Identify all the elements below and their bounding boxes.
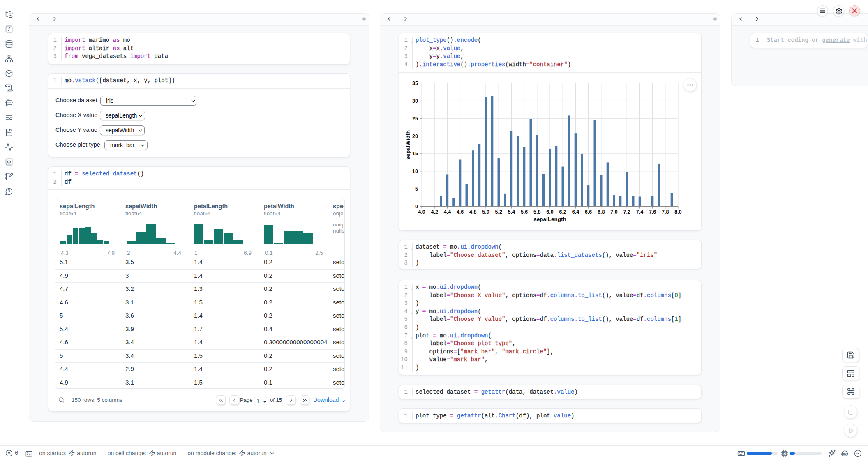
svg-text:6.6: 6.6 bbox=[585, 209, 592, 215]
svg-text:7.0: 7.0 bbox=[610, 209, 617, 215]
svg-text:4.0: 4.0 bbox=[418, 209, 425, 215]
svg-text:4.2: 4.2 bbox=[431, 209, 438, 215]
svg-text:5.6: 5.6 bbox=[521, 209, 528, 215]
svg-text:4.8: 4.8 bbox=[469, 209, 476, 215]
svg-text:7.8: 7.8 bbox=[662, 209, 669, 215]
svg-text:6.2: 6.2 bbox=[559, 209, 566, 215]
svg-text:10: 10 bbox=[412, 168, 418, 174]
svg-text:15: 15 bbox=[412, 151, 418, 157]
svg-text:5.2: 5.2 bbox=[495, 209, 502, 215]
svg-text:7.6: 7.6 bbox=[649, 209, 656, 215]
svg-text:25: 25 bbox=[412, 116, 418, 122]
svg-text:8.0: 8.0 bbox=[674, 209, 681, 215]
svg-text:6.4: 6.4 bbox=[572, 209, 579, 215]
svg-text:5: 5 bbox=[415, 186, 418, 192]
svg-text:35: 35 bbox=[412, 81, 418, 86]
svg-text:5.8: 5.8 bbox=[533, 209, 540, 215]
svg-text:7.4: 7.4 bbox=[636, 209, 643, 215]
svg-text:5.0: 5.0 bbox=[482, 209, 489, 215]
svg-text:7.2: 7.2 bbox=[623, 209, 630, 215]
svg-text:6.8: 6.8 bbox=[598, 209, 605, 215]
svg-text:sepalLength: sepalLength bbox=[533, 216, 566, 222]
svg-text:6.0: 6.0 bbox=[546, 209, 553, 215]
svg-text:20: 20 bbox=[412, 134, 418, 139]
svg-text:0: 0 bbox=[415, 204, 418, 210]
svg-text:4.6: 4.6 bbox=[457, 209, 464, 215]
svg-text:30: 30 bbox=[412, 98, 418, 104]
svg-text:sepalWidth: sepalWidth bbox=[405, 130, 411, 160]
svg-text:5.4: 5.4 bbox=[508, 209, 515, 215]
svg-text:4.4: 4.4 bbox=[444, 209, 451, 215]
